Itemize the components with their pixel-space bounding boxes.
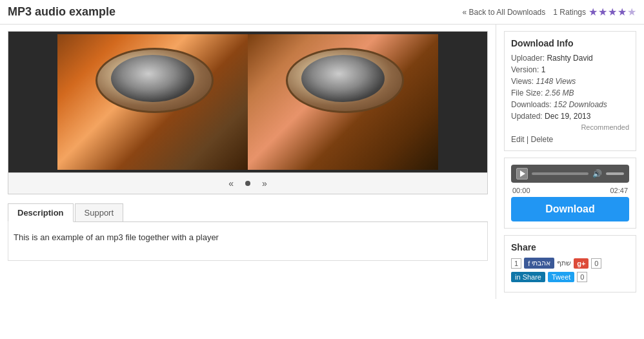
downloads-label: Downloads: (511, 100, 552, 109)
views-value: 1148 Views (536, 77, 576, 86)
separator: | (527, 135, 528, 144)
time-end: 02:47 (610, 187, 628, 194)
star-5[interactable]: ★ (627, 6, 636, 18)
volume-bar[interactable] (606, 172, 624, 175)
star-3[interactable]: ★ (608, 6, 617, 18)
left-panel: « » Description Support This is an examp… (0, 25, 496, 299)
header-right: « Back to All Downloads 1 Ratings ★ ★ ★ … (463, 6, 636, 18)
version-value: 1 (541, 65, 546, 74)
uploader-value: Rashty David (547, 54, 592, 63)
downloads-row: Downloads: 152 Downloads (511, 100, 629, 109)
linkedin-button[interactable]: in Share (511, 272, 545, 282)
share-title: Share (511, 242, 629, 252)
share-box: Share 1 f אהבתי שתף g+ 0 in Share (504, 235, 636, 293)
views-row: Views: 1148 Views (511, 77, 629, 86)
twitter-button[interactable]: Tweet (548, 272, 574, 282)
star-4[interactable]: ★ (618, 6, 627, 18)
updated-row: Updated: Dec 19, 2013 (511, 112, 629, 121)
prev-button[interactable]: « (225, 177, 237, 190)
gplus-count: 0 (591, 258, 601, 269)
audio-player-box: 🔊 00:00 02:47 Download (504, 158, 636, 229)
filesize-row: File Size: 2.56 MB (511, 88, 629, 98)
uploader-row: Uploader: Rashty David (511, 54, 629, 63)
linkedin-icon: in (515, 273, 521, 281)
tabs-container: Description Support (8, 203, 488, 222)
ratings-area: 1 Ratings ★ ★ ★ ★ ★ (553, 6, 636, 18)
audio-player: 🔊 (511, 165, 629, 183)
tab-description[interactable]: Description (8, 203, 74, 222)
recommended-label: Recommended (511, 123, 629, 131)
tab-content-description: This is an example of an mp3 file togeth… (8, 222, 488, 261)
drum-image-1 (57, 34, 248, 170)
page-header: MP3 audio example « Back to All Download… (0, 0, 644, 25)
version-label: Version: (511, 65, 539, 74)
views-label: Views: (511, 77, 534, 86)
download-info-box: Download Info Uploader: Rashty David Ver… (504, 31, 636, 151)
slider-images (57, 34, 438, 170)
star-2[interactable]: ★ (598, 6, 607, 18)
uploader-label: Uploader: (511, 54, 545, 63)
progress-bar[interactable] (532, 172, 589, 175)
fb-button[interactable]: f אהבתי (524, 258, 554, 269)
slider-nav: « » (8, 173, 488, 194)
time-start: 00:00 (512, 187, 530, 194)
description-text: This is an example of an mp3 file togeth… (14, 232, 219, 242)
version-row: Version: 1 (511, 65, 629, 74)
play-button[interactable] (516, 168, 528, 180)
updated-label: Updated: (511, 112, 543, 121)
download-info-title: Download Info (511, 38, 629, 48)
right-panel: Download Info Uploader: Rashty David Ver… (496, 25, 644, 299)
gplus-button[interactable]: g+ (574, 258, 589, 269)
volume-icon: 🔊 (592, 169, 602, 178)
tweet-count: 0 (577, 272, 587, 282)
download-button[interactable]: Download (511, 197, 629, 221)
filesize-value: 2.56 MB (545, 88, 574, 98)
image-slider (8, 31, 488, 173)
main-content: « » Description Support This is an examp… (0, 25, 644, 299)
drum-image-2 (248, 34, 438, 170)
star-1[interactable]: ★ (589, 6, 598, 18)
next-button[interactable]: » (258, 177, 271, 190)
back-link[interactable]: « Back to All Downloads (463, 8, 546, 17)
fb-count: 1 (511, 258, 521, 269)
time-display: 00:00 02:47 (511, 187, 629, 194)
fb-label: אהבתי (532, 259, 550, 267)
delete-link[interactable]: Delete (531, 135, 554, 144)
fb-icon: f (528, 260, 530, 267)
share-row-linkedin: in Share Tweet 0 (511, 272, 629, 282)
play-icon (520, 170, 525, 177)
tab-support[interactable]: Support (75, 203, 124, 221)
edit-link[interactable]: Edit (511, 135, 525, 144)
page-title: MP3 audio example (8, 5, 116, 19)
linkedin-label: Share (523, 273, 541, 281)
heb-text: שתף (557, 259, 571, 267)
stars-container[interactable]: ★ ★ ★ ★ ★ (589, 6, 636, 18)
edit-delete-links: Edit | Delete (511, 135, 629, 144)
filesize-label: File Size: (511, 88, 543, 98)
updated-value: Dec 19, 2013 (545, 112, 590, 121)
ratings-count: 1 Ratings (553, 8, 586, 17)
nav-dot-1[interactable] (245, 181, 250, 186)
downloads-value: 152 Downloads (554, 100, 607, 109)
share-row-fb: 1 f אהבתי שתף g+ 0 (511, 258, 629, 269)
